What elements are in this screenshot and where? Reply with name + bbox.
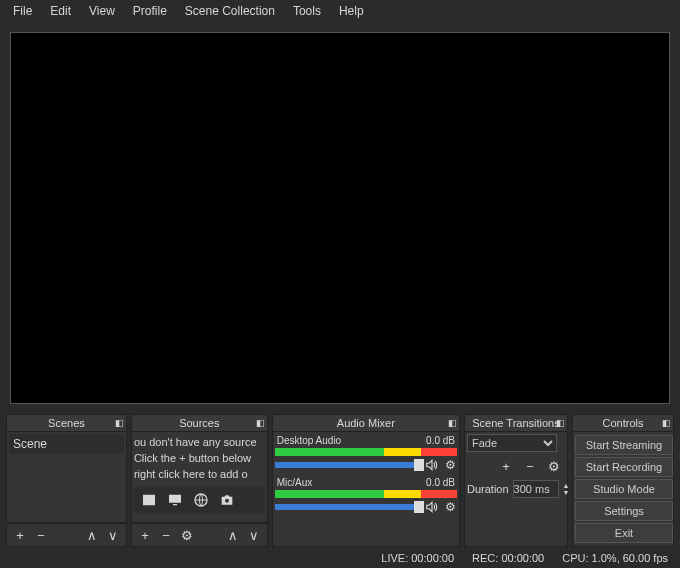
exit-button[interactable]: Exit <box>575 523 673 543</box>
sources-toolbar: + − ⚙ ∧ ∨ <box>131 523 268 547</box>
sources-header[interactable]: Sources ◧ <box>131 414 268 432</box>
transitions-header[interactable]: Scene Transitions ◧ <box>464 414 568 432</box>
studio-mode-button[interactable]: Studio Mode <box>575 479 673 499</box>
transitions-panel: Scene Transitions ◧ Fade + − ⚙ Duration … <box>464 414 568 547</box>
move-scene-down-button[interactable]: ∨ <box>104 527 122 543</box>
dock-icon[interactable]: ◧ <box>256 418 265 428</box>
dock-icon[interactable]: ◧ <box>556 418 565 428</box>
sources-panel: Sources ◧ ou don't have any source Click… <box>131 414 268 547</box>
scenes-panel: Scenes ◧ Scene + − ∧ ∨ <box>6 414 127 547</box>
mixer-channel-desktop: Desktop Audio0.0 dB ⚙ <box>275 434 457 472</box>
menu-profile[interactable]: Profile <box>124 1 176 21</box>
dock-icon[interactable]: ◧ <box>115 418 124 428</box>
image-source-icon <box>138 490 160 510</box>
start-streaming-button[interactable]: Start Streaming <box>575 435 673 455</box>
remove-scene-button[interactable]: − <box>32 527 50 543</box>
settings-button[interactable]: Settings <box>575 501 673 521</box>
audio-meter <box>275 448 457 456</box>
volume-slider[interactable] <box>275 504 421 510</box>
audio-mixer-panel: Audio Mixer ◧ Desktop Audio0.0 dB ⚙ Mic/… <box>272 414 460 547</box>
menu-tools[interactable]: Tools <box>284 1 330 21</box>
menu-file[interactable]: File <box>4 1 41 21</box>
move-source-up-button[interactable]: ∧ <box>224 527 242 543</box>
remove-transition-button[interactable]: − <box>521 458 539 474</box>
scenes-header[interactable]: Scenes ◧ <box>6 414 127 432</box>
rec-status: REC: 00:00:00 <box>472 552 544 564</box>
duration-spinner[interactable]: ▲▼ <box>563 482 570 496</box>
menu-bar: File Edit View Profile Scene Collection … <box>0 0 680 22</box>
browser-source-icon <box>190 490 212 510</box>
menu-scene-collection[interactable]: Scene Collection <box>176 1 284 21</box>
cpu-status: CPU: 1.0%, 60.00 fps <box>562 552 668 564</box>
speaker-icon[interactable] <box>425 500 439 514</box>
transition-properties-button[interactable]: ⚙ <box>545 458 563 474</box>
level-readout: 0.0 dB <box>426 477 455 488</box>
menu-help[interactable]: Help <box>330 1 373 21</box>
dock-icon[interactable]: ◧ <box>448 418 457 428</box>
menu-view[interactable]: View <box>80 1 124 21</box>
speaker-icon[interactable] <box>425 458 439 472</box>
volume-slider[interactable] <box>275 462 421 468</box>
duration-label: Duration <box>467 483 509 495</box>
status-bar: LIVE: 00:00:00 REC: 00:00:00 CPU: 1.0%, … <box>0 548 680 568</box>
live-status: LIVE: 00:00:00 <box>381 552 454 564</box>
menu-edit[interactable]: Edit <box>41 1 80 21</box>
remove-source-button[interactable]: − <box>157 527 175 543</box>
level-readout: 0.0 dB <box>426 435 455 446</box>
transition-select[interactable]: Fade <box>467 434 557 452</box>
scene-item[interactable]: Scene <box>9 434 124 454</box>
gear-icon[interactable]: ⚙ <box>443 458 457 472</box>
preview-canvas[interactable] <box>10 32 670 404</box>
gear-icon[interactable]: ⚙ <box>443 500 457 514</box>
svg-point-1 <box>225 499 229 503</box>
controls-panel: Controls ◧ Start Streaming Start Recordi… <box>572 414 674 547</box>
camera-source-icon <box>216 490 238 510</box>
add-scene-button[interactable]: + <box>11 527 29 543</box>
source-properties-button[interactable]: ⚙ <box>178 527 196 543</box>
move-scene-up-button[interactable]: ∧ <box>83 527 101 543</box>
sources-list[interactable]: ou don't have any source Click the + but… <box>131 432 268 523</box>
dock-icon[interactable]: ◧ <box>662 418 671 428</box>
duration-input[interactable] <box>513 480 559 498</box>
controls-header[interactable]: Controls ◧ <box>572 414 674 432</box>
scenes-toolbar: + − ∧ ∨ <box>6 523 127 547</box>
add-source-button[interactable]: + <box>136 527 154 543</box>
audio-meter <box>275 490 457 498</box>
move-source-down-button[interactable]: ∨ <box>245 527 263 543</box>
mixer-channel-mic: Mic/Aux0.0 dB ⚙ <box>275 476 457 514</box>
mixer-header[interactable]: Audio Mixer ◧ <box>272 414 460 432</box>
add-transition-button[interactable]: + <box>497 458 515 474</box>
display-source-icon <box>164 490 186 510</box>
start-recording-button[interactable]: Start Recording <box>575 457 673 477</box>
